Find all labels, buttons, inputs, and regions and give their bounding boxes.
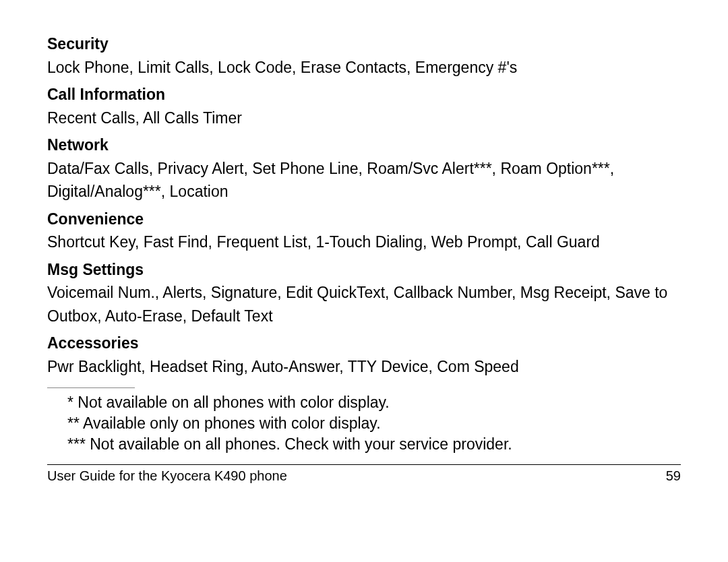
heading-msg-settings: Msg Settings [47, 258, 681, 282]
body-network: Data/Fax Calls, Privacy Alert, Set Phone… [47, 157, 681, 204]
body-call-information: Recent Calls, All Calls Timer [47, 106, 681, 130]
heading-accessories: Accessories [47, 332, 681, 355]
heading-network: Network [47, 133, 681, 157]
heading-call-information: Call Information [47, 83, 681, 106]
body-security: Lock Phone, Limit Calls, Lock Code, Eras… [47, 56, 681, 80]
heading-convenience: Convenience [47, 208, 681, 231]
footnote-2: ** Available only on phones with color d… [67, 413, 681, 434]
footer: User Guide for the Kyocera K490 phone 59 [47, 466, 681, 485]
footnote-3: *** Not available on all phones. Check w… [67, 434, 681, 455]
page-number: 59 [666, 466, 681, 485]
body-convenience: Shortcut Key, Fast Find, Frequent List, … [47, 230, 681, 254]
footnote-1: * Not available on all phones with color… [67, 392, 681, 413]
body-msg-settings: Voicemail Num., Alerts, Signature, Edit … [47, 281, 681, 327]
footer-rule [47, 464, 681, 465]
page: Security Lock Phone, Limit Calls, Lock C… [0, 0, 728, 562]
body-accessories: Pwr Backlight, Headset Ring, Auto-Answer… [47, 355, 681, 379]
footnotes: * Not available on all phones with color… [47, 392, 681, 455]
footer-title: User Guide for the Kyocera K490 phone [47, 466, 287, 485]
heading-security: Security [47, 32, 681, 56]
footnote-rule [47, 387, 135, 388]
